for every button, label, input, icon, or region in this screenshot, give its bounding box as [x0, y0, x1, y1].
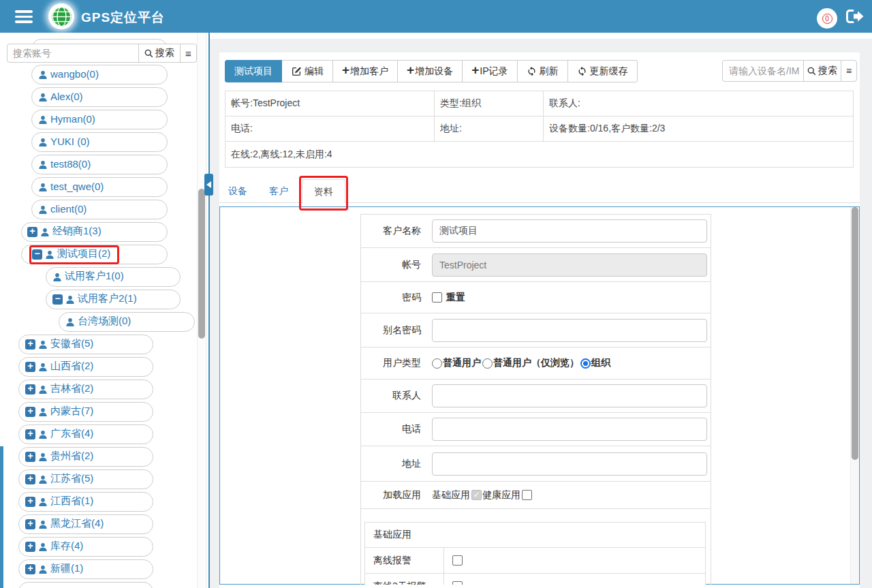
form-input-电话[interactable]: [432, 418, 707, 441]
expand-icon[interactable]: +: [25, 519, 35, 529]
tree-item-label: 内蒙古(7): [50, 405, 93, 418]
tree-item-partial-bottom[interactable]: [18, 582, 153, 588]
tree-item[interactable]: +新疆(1): [18, 559, 153, 579]
tree-item-label: 黑龙江省(4): [50, 517, 104, 530]
tab-device[interactable]: 设备: [228, 179, 247, 202]
form-input-别名密码[interactable]: [432, 319, 707, 342]
notification-badge[interactable]: 0: [817, 8, 837, 29]
toolbar-button-plus[interactable]: +增加客户: [332, 60, 398, 82]
expand-icon[interactable]: +: [25, 384, 35, 394]
device-search-input[interactable]: [722, 60, 804, 82]
form-label: 用户类型: [361, 347, 428, 379]
tree-item[interactable]: test88(0): [31, 155, 168, 174]
user-icon: [38, 183, 50, 192]
tree-item[interactable]: wangbo(0): [31, 65, 168, 84]
tree-item-label: Hyman(0): [50, 113, 95, 125]
device-search-button[interactable]: 搜索: [803, 60, 841, 82]
sidebar-scrollbar-thumb[interactable]: [198, 189, 205, 339]
tree-item[interactable]: Alex(0): [31, 87, 168, 107]
expand-icon[interactable]: +: [27, 227, 37, 237]
user-icon: [38, 160, 50, 170]
app-checkbox[interactable]: ✓: [471, 490, 482, 500]
user-icon: [52, 273, 65, 282]
section-checkbox[interactable]: [452, 581, 463, 585]
toolbar: 测试项目编辑+增加客户+增加设备+IP记录刷新更新缓存: [225, 60, 638, 82]
tree-item-label: 江苏省(5): [50, 472, 93, 485]
toolbar-button-current[interactable]: 测试项目: [225, 60, 282, 82]
radio-option[interactable]: [482, 358, 493, 369]
tree-item[interactable]: +江苏省(5): [18, 469, 153, 489]
form-label: 电话: [361, 413, 428, 446]
account-search-input[interactable]: [7, 44, 139, 63]
tree-item[interactable]: client(0): [31, 200, 168, 219]
tree-item-label: wangbo(0): [50, 68, 99, 80]
tree-item[interactable]: +内蒙古(7): [18, 402, 153, 422]
tree-item-label: YUKI (0): [50, 136, 90, 147]
tree-item[interactable]: +吉林省(2): [18, 380, 153, 399]
tree-item[interactable]: +江西省(1): [18, 492, 153, 512]
expand-icon[interactable]: +: [25, 429, 35, 439]
tree-item[interactable]: +山西省(2): [18, 357, 153, 377]
tree-item[interactable]: 试用客户1(0): [46, 267, 181, 287]
tree-item[interactable]: +广东省(4): [18, 424, 153, 444]
panel-scrollbar-thumb[interactable]: [852, 207, 858, 460]
form-input-地址[interactable]: [432, 452, 707, 476]
tree-item[interactable]: −试用客户2(1): [46, 290, 181, 309]
panel-scrollbar[interactable]: [850, 207, 858, 584]
main-top-strip: [208, 33, 872, 39]
account-search-menu-button[interactable]: ≡: [180, 44, 197, 63]
tree-item[interactable]: Hyman(0): [31, 110, 168, 129]
form-row: 用户类型普通用户普通用户（仅浏览）组织: [361, 347, 711, 380]
collapse-icon[interactable]: −: [52, 294, 63, 305]
menu-toggle-icon[interactable]: [15, 10, 33, 23]
tab-customer[interactable]: 客户: [269, 179, 288, 202]
expand-icon[interactable]: +: [25, 362, 35, 372]
tree-item[interactable]: +黑龙江省(4): [18, 514, 153, 534]
expand-icon[interactable]: +: [25, 542, 35, 552]
tree-item-label: 山西省(2): [50, 360, 93, 373]
tree-item[interactable]: +安徽省(5): [18, 335, 153, 354]
reset-checkbox[interactable]: [432, 292, 442, 303]
content-box: 测试项目编辑+增加客户+增加设备+IP记录刷新更新缓存 搜索 ≡ 帐号:Test…: [219, 52, 860, 588]
device-search-menu-button[interactable]: ≡: [841, 60, 857, 82]
radio-selected[interactable]: [580, 358, 591, 369]
basic-apps-section: 基础应用离线报警离线3天报警: [364, 522, 706, 585]
toolbar-button-plus[interactable]: +增加设备: [397, 60, 463, 82]
toolbar-button-edit[interactable]: 编辑: [281, 60, 333, 82]
tree-item-label: test_qwe(0): [50, 181, 104, 192]
tree-item[interactable]: −测试项目(2): [21, 245, 168, 264]
tree-item[interactable]: +贵州省(2): [18, 447, 153, 467]
tree-item[interactable]: test_qwe(0): [31, 177, 168, 197]
header-bar: GPS定位平台 0: [0, 0, 872, 33]
expand-icon[interactable]: +: [25, 339, 35, 350]
expand-icon[interactable]: +: [25, 407, 35, 417]
tree-item[interactable]: YUKI (0): [31, 132, 168, 152]
tree-item-label: 试用客户2(1): [78, 292, 137, 305]
form-input-帐号[interactable]: [432, 253, 707, 277]
toolbar-button-refresh[interactable]: 刷新: [517, 60, 568, 82]
expand-icon[interactable]: +: [25, 497, 35, 507]
expand-icon[interactable]: +: [25, 564, 35, 574]
user-icon: [38, 452, 50, 462]
tree-item[interactable]: +库存(4): [18, 537, 153, 557]
tab-profile[interactable]: 资料: [302, 179, 345, 203]
expand-icon[interactable]: +: [25, 474, 35, 484]
app-checkbox[interactable]: [522, 490, 532, 500]
left-edge-scrollbar[interactable]: [0, 446, 3, 588]
info-type: 类型:组织: [435, 91, 544, 116]
logout-icon[interactable]: [845, 9, 865, 24]
collapse-icon[interactable]: −: [32, 249, 42, 260]
toolbar-button-refresh[interactable]: 更新缓存: [567, 60, 638, 82]
tree-item[interactable]: 台湾场测(0): [59, 312, 195, 332]
sidebar-collapse-handle[interactable]: [204, 174, 213, 196]
sidebar-scrollbar[interactable]: [197, 33, 206, 588]
radio-option[interactable]: [432, 358, 442, 369]
section-checkbox[interactable]: [452, 555, 463, 566]
form-input-客户名称[interactable]: [432, 219, 707, 243]
form-input-联系人[interactable]: [432, 384, 707, 407]
toolbar-button-plus[interactable]: +IP记录: [462, 60, 517, 82]
account-search-button[interactable]: 搜索: [138, 44, 181, 63]
expand-icon[interactable]: +: [25, 452, 35, 462]
radio-label: 组织: [591, 357, 610, 369]
tree-item[interactable]: +经销商1(3): [21, 222, 168, 242]
